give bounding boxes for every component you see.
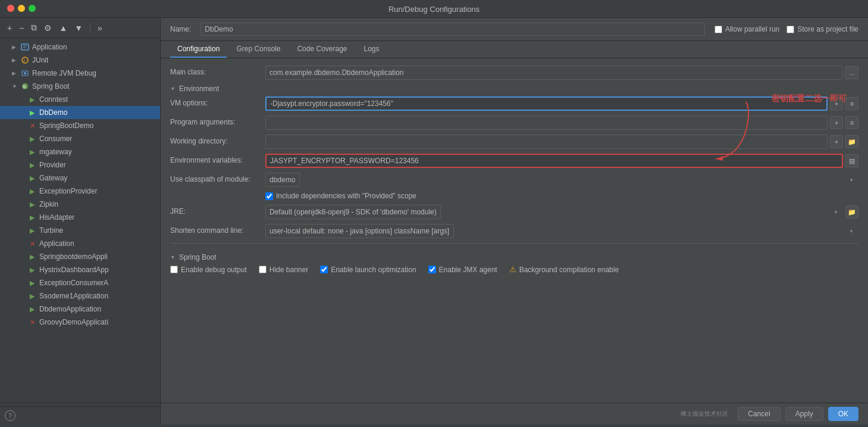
program-args-env-button[interactable]: ≡	[845, 116, 858, 129]
more-button[interactable]: »	[95, 22, 105, 34]
arrow-icon: ▶	[12, 44, 19, 50]
sidebar-item-provider[interactable]: ▶ Provider	[0, 158, 160, 172]
sidebar-item-hisadapter[interactable]: ▶ HisAdapter	[0, 211, 160, 224]
sidebar-item-dbdemoapplication[interactable]: ▶ DbdemoApplication	[0, 303, 160, 316]
jre-select[interactable]: Default (openjdk8-openj9 - SDK of 'dbdem…	[265, 205, 441, 219]
sidebar-item-hystrixdashboardapp[interactable]: ▶ HystrixDashboardApp	[0, 263, 160, 276]
hide-banner-label[interactable]: Hide banner	[259, 266, 308, 274]
run-icon: ▶	[27, 213, 37, 222]
maximize-button[interactable]	[29, 5, 36, 12]
store-as-project-file-label[interactable]: Store as project file	[786, 25, 858, 33]
arrow-icon: ▶	[12, 57, 19, 63]
sidebar-item-exceptionprovider[interactable]: ▶ ExceptionProvider	[0, 185, 160, 198]
settings-button[interactable]: ⚙	[42, 22, 54, 34]
annotation-text: 密钥配置二选一即可	[772, 93, 847, 104]
vm-options-input[interactable]	[265, 96, 828, 111]
sidebar-item-spring-boot[interactable]: ▼ S Spring Boot	[0, 80, 160, 93]
up-button[interactable]: ▲	[57, 22, 70, 34]
name-input[interactable]	[200, 23, 705, 36]
shorten-cmd-select[interactable]: user-local default: none - java [options…	[265, 224, 454, 238]
store-as-project-file-checkbox[interactable]	[786, 26, 794, 33]
apply-button[interactable]: Apply	[785, 407, 823, 421]
svg-text:J: J	[23, 58, 26, 63]
ok-button[interactable]: OK	[828, 407, 858, 421]
run-icon: ▶	[27, 186, 37, 196]
sidebar-item-label: GroovyDemoApplicati	[39, 318, 108, 326]
working-dir-expand-button[interactable]: +	[830, 135, 843, 148]
sidebar-item-junit[interactable]: ▶ J JUnit	[0, 54, 160, 67]
sidebar-item-dbdemo[interactable]: ▶ DbDemo	[0, 106, 160, 119]
sidebar: + − ⧉ ⚙ ▲ ▼ » ▶ Application ▶ J	[0, 18, 161, 425]
sidebar-item-springbootdemo[interactable]: ✕ SpringBootDemo	[0, 119, 160, 132]
hide-banner-checkbox[interactable]	[259, 266, 267, 273]
environment-section-header[interactable]: ▼ Environment	[170, 85, 858, 93]
program-args-input[interactable]	[265, 116, 828, 130]
env-vars-edit-button[interactable]: ▤	[845, 154, 858, 167]
sidebar-item-conntest[interactable]: ▶ Conntest	[0, 93, 160, 106]
arrow-icon: ▶	[12, 70, 19, 76]
sidebar-item-remote-jvm[interactable]: ▶ Remote JVM Debug	[0, 67, 160, 80]
cancel-button[interactable]: Cancel	[738, 407, 780, 421]
allow-parallel-run-checkbox[interactable]	[715, 26, 722, 33]
main-class-browse-button[interactable]: ...	[845, 66, 858, 79]
tab-configuration[interactable]: Configuration	[170, 41, 227, 58]
enable-jmx-agent-checkbox[interactable]	[428, 266, 436, 273]
tab-logs[interactable]: Logs	[357, 41, 387, 58]
sidebar-item-gateway[interactable]: ▶ Gateway	[0, 172, 160, 185]
enable-debug-output-checkbox[interactable]	[170, 266, 178, 273]
watermark-text: 稀土掘金技术社区	[681, 410, 728, 418]
enable-jmx-agent-label[interactable]: Enable JMX agent	[428, 266, 497, 274]
help-button[interactable]: ?	[5, 410, 15, 421]
include-deps-checkbox[interactable]	[265, 192, 273, 200]
sidebar-item-consumer[interactable]: ▶ Consumer	[0, 132, 160, 145]
working-dir-input[interactable]	[265, 135, 828, 149]
sidebar-item-springbootdemoappli[interactable]: ▶ SpringbootdemoAppli	[0, 250, 160, 263]
sidebar-item-zipkin[interactable]: ▶ Zipkin	[0, 198, 160, 211]
jre-browse-button[interactable]: 📁	[845, 205, 858, 219]
close-button[interactable]	[7, 5, 14, 12]
sidebar-item-application2[interactable]: ✕ Application	[0, 237, 160, 250]
vm-options-env-button[interactable]: ≡	[845, 97, 858, 110]
tab-grep-console[interactable]: Grep Console	[229, 41, 287, 58]
tabs-bar: Configuration Grep Console Code Coverage…	[161, 41, 868, 58]
env-fields-container: VM options: + ≡ Program arguments: + ≡	[170, 96, 858, 168]
sidebar-item-mgateway[interactable]: ▶ mgateway	[0, 145, 160, 158]
copy-button[interactable]: ⧉	[29, 21, 39, 34]
enable-debug-output-label[interactable]: Enable debug output	[170, 266, 247, 274]
enable-launch-opt-label[interactable]: Enable launch optimization	[320, 266, 416, 274]
program-args-field: + ≡	[265, 116, 858, 130]
main-class-input[interactable]	[265, 66, 842, 80]
background-compilation-label[interactable]: ⚠ Background compilation enable	[509, 265, 619, 274]
working-dir-browse-button[interactable]: 📁	[845, 135, 858, 148]
sidebar-item-application[interactable]: ▶ Application	[0, 40, 160, 54]
classpath-select[interactable]: dbdemo	[265, 173, 300, 187]
minimize-button[interactable]	[18, 5, 25, 12]
sidebar-bottom: ?	[0, 406, 160, 425]
run-icon: ▶	[27, 291, 37, 301]
main-class-row: Main class: ...	[170, 66, 858, 80]
program-args-expand-button[interactable]: +	[830, 116, 843, 129]
env-vars-input[interactable]	[265, 154, 843, 168]
jre-select-wrapper: Default (openjdk8-openj9 - SDK of 'dbdem…	[265, 205, 843, 219]
run-icon: ✕	[27, 121, 37, 130]
sidebar-item-label: Application	[32, 43, 67, 51]
arrow-icon: ▼	[12, 83, 19, 89]
sidebar-item-ssodeme1application[interactable]: ▶ Ssodeme1Application	[0, 289, 160, 303]
down-button[interactable]: ▼	[72, 22, 85, 34]
allow-parallel-run-label[interactable]: Allow parallel run	[715, 25, 779, 33]
run-icon: ▶	[27, 134, 37, 144]
config-header: Name: Allow parallel run Store as projec…	[161, 18, 868, 41]
add-button[interactable]: +	[5, 22, 14, 34]
sidebar-item-groovydemoappli[interactable]: ✕ GroovyDemoApplicati	[0, 316, 160, 329]
spring-boot-section-header[interactable]: ▼ Spring Boot	[170, 253, 858, 261]
sidebar-item-turbine[interactable]: ▶ Turbine	[0, 224, 160, 237]
sidebar-item-label: Zipkin	[39, 200, 58, 208]
sidebar-item-label: mgateway	[39, 148, 72, 156]
remove-button[interactable]: −	[17, 22, 26, 34]
include-deps-label[interactable]: Include dependencies with "Provided" sco…	[265, 192, 416, 200]
enable-launch-opt-checkbox[interactable]	[320, 266, 328, 273]
sidebar-item-label: SpringBootDemo	[39, 121, 93, 130]
sidebar-item-exceptionconsumera[interactable]: ▶ ExceptionConsumerA	[0, 276, 160, 289]
tab-code-coverage[interactable]: Code Coverage	[290, 41, 354, 58]
sidebar-item-label: Ssodeme1Application	[39, 292, 108, 300]
